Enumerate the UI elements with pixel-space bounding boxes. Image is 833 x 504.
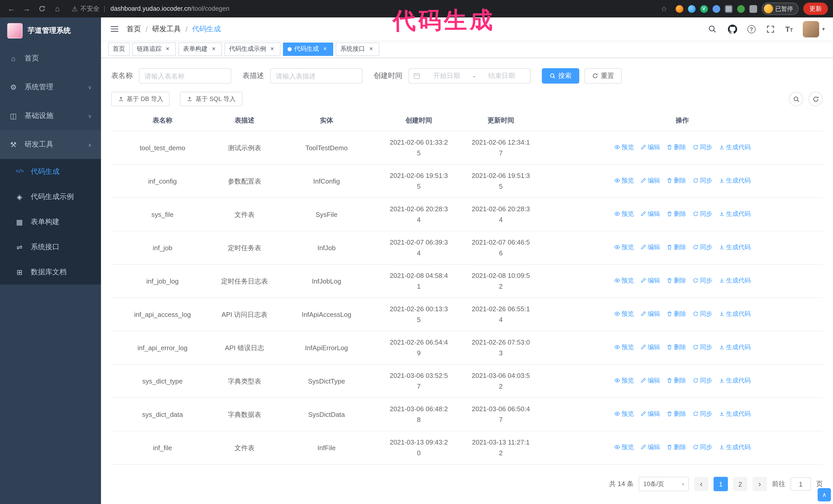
action-delete-link[interactable]: 删除 bbox=[666, 275, 686, 286]
action-generate-code-link[interactable]: 生成代码 bbox=[718, 442, 751, 453]
action-generate-code-link[interactable]: 生成代码 bbox=[718, 242, 751, 253]
fullscreen-icon[interactable] bbox=[765, 24, 775, 34]
reload-icon[interactable] bbox=[36, 3, 48, 15]
sidebar-item-dev-tools[interactable]: ⚒研发工具∧ bbox=[0, 130, 101, 159]
sidebar-item-infrastructure[interactable]: ◫基础设施∨ bbox=[0, 101, 101, 130]
import-db-button[interactable]: 基于 DB 导入 bbox=[111, 92, 170, 106]
action-generate-code-link[interactable]: 生成代码 bbox=[718, 142, 751, 153]
action-delete-link[interactable]: 删除 bbox=[666, 242, 686, 253]
extension-icon[interactable] bbox=[712, 5, 720, 13]
action-eye-link[interactable]: 预览 bbox=[614, 175, 634, 186]
date-end-placeholder[interactable]: 结束日期 bbox=[477, 71, 526, 80]
action-delete-link[interactable]: 删除 bbox=[666, 409, 686, 419]
refresh-button[interactable] bbox=[808, 92, 823, 106]
close-icon[interactable]: × bbox=[269, 45, 276, 52]
action-edit-link[interactable]: 编辑 bbox=[640, 375, 660, 386]
action-eye-link[interactable]: 预览 bbox=[614, 342, 634, 353]
action-generate-code-link[interactable]: 生成代码 bbox=[718, 375, 751, 386]
prev-page-button[interactable]: ‹ bbox=[694, 477, 709, 491]
extension-icon[interactable] bbox=[688, 5, 695, 13]
close-icon[interactable]: × bbox=[164, 45, 171, 52]
page-button-2[interactable]: 2 bbox=[733, 477, 747, 491]
address-bar[interactable]: ⚠ 不安全 | dashboard.yudao.iocoder.cn /tool… bbox=[67, 4, 672, 13]
action-sync-link[interactable]: 同步 bbox=[692, 375, 712, 386]
action-sync-link[interactable]: 同步 bbox=[692, 242, 712, 253]
action-eye-link[interactable]: 预览 bbox=[614, 375, 634, 386]
back-icon[interactable]: ← bbox=[5, 3, 18, 15]
action-sync-link[interactable]: 同步 bbox=[692, 142, 712, 153]
font-size-icon[interactable]: TT bbox=[785, 25, 793, 33]
action-sync-link[interactable]: 同步 bbox=[692, 342, 712, 353]
bookmark-star-icon[interactable]: ☆ bbox=[661, 5, 667, 13]
action-delete-link[interactable]: 删除 bbox=[666, 209, 686, 219]
extension-icon[interactable]: V bbox=[700, 5, 708, 13]
action-delete-link[interactable]: 删除 bbox=[666, 142, 686, 153]
close-icon[interactable]: × bbox=[322, 45, 329, 52]
action-delete-link[interactable]: 删除 bbox=[666, 309, 686, 319]
close-icon[interactable]: × bbox=[210, 45, 217, 52]
action-generate-code-link[interactable]: 生成代码 bbox=[718, 309, 751, 319]
action-eye-link[interactable]: 预览 bbox=[614, 209, 634, 219]
tab-链路追踪[interactable]: 链路追踪× bbox=[132, 42, 176, 56]
github-icon[interactable] bbox=[727, 24, 737, 34]
breadcrumb-devtools[interactable]: 研发工具 bbox=[152, 24, 181, 33]
action-sync-link[interactable]: 同步 bbox=[692, 275, 712, 286]
table-name-input[interactable] bbox=[139, 68, 231, 83]
goto-page-input[interactable] bbox=[790, 477, 811, 491]
extension-icon[interactable] bbox=[737, 5, 744, 13]
action-edit-link[interactable]: 编辑 bbox=[640, 209, 660, 219]
extensions-puzzle-icon[interactable] bbox=[749, 5, 757, 13]
search-button[interactable]: 搜索 bbox=[542, 68, 579, 83]
action-edit-link[interactable]: 编辑 bbox=[640, 409, 660, 419]
date-range-picker[interactable]: 开始日期 - 结束日期 bbox=[408, 68, 530, 83]
action-generate-code-link[interactable]: 生成代码 bbox=[718, 209, 751, 219]
home-button-icon[interactable]: ⌂ bbox=[51, 3, 64, 15]
page-size-select[interactable]: 10条/页 ▾ bbox=[639, 477, 689, 491]
sidebar-logo[interactable]: 芋道管理系统 bbox=[0, 18, 101, 44]
action-sync-link[interactable]: 同步 bbox=[692, 409, 712, 419]
reset-button[interactable]: 重置 bbox=[585, 68, 622, 83]
action-eye-link[interactable]: 预览 bbox=[614, 442, 634, 453]
action-eye-link[interactable]: 预览 bbox=[614, 309, 634, 319]
back-to-top-button[interactable]: ∧ bbox=[818, 488, 831, 501]
action-generate-code-link[interactable]: 生成代码 bbox=[718, 175, 751, 186]
tab-代码生成示例[interactable]: 代码生成示例× bbox=[224, 42, 280, 56]
action-delete-link[interactable]: 删除 bbox=[666, 375, 686, 386]
extension-icon[interactable] bbox=[724, 5, 732, 13]
search-icon[interactable] bbox=[707, 24, 717, 34]
sidebar-subitem-codegen[interactable]: </>代码生成 bbox=[0, 159, 101, 184]
action-sync-link[interactable]: 同步 bbox=[692, 175, 712, 186]
action-edit-link[interactable]: 编辑 bbox=[640, 442, 660, 453]
action-delete-link[interactable]: 删除 bbox=[666, 442, 686, 453]
user-menu[interactable]: ▾ bbox=[803, 21, 825, 37]
action-delete-link[interactable]: 删除 bbox=[666, 342, 686, 353]
hamburger-icon[interactable] bbox=[109, 24, 119, 34]
action-sync-link[interactable]: 同步 bbox=[692, 209, 712, 219]
toggle-search-button[interactable] bbox=[789, 92, 803, 106]
action-edit-link[interactable]: 编辑 bbox=[640, 309, 660, 319]
action-edit-link[interactable]: 编辑 bbox=[640, 275, 660, 286]
action-generate-code-link[interactable]: 生成代码 bbox=[718, 342, 751, 353]
action-sync-link[interactable]: 同步 bbox=[692, 309, 712, 319]
date-start-placeholder[interactable]: 开始日期 bbox=[422, 71, 471, 80]
tab-表单构建[interactable]: 表单构建× bbox=[178, 42, 222, 56]
tab-系统接口[interactable]: 系统接口× bbox=[336, 42, 379, 56]
action-edit-link[interactable]: 编辑 bbox=[640, 242, 660, 253]
tab-代码生成[interactable]: 代码生成× bbox=[283, 42, 333, 56]
action-edit-link[interactable]: 编辑 bbox=[640, 175, 660, 186]
sidebar-subitem-system-api[interactable]: ⇌系统接口 bbox=[0, 234, 101, 259]
action-eye-link[interactable]: 预览 bbox=[614, 242, 634, 253]
page-button-1[interactable]: 1 bbox=[714, 477, 728, 491]
sidebar-item-home[interactable]: ⌂首页 bbox=[0, 44, 101, 73]
table-desc-input[interactable] bbox=[270, 68, 362, 83]
action-eye-link[interactable]: 预览 bbox=[614, 409, 634, 419]
action-edit-link[interactable]: 编辑 bbox=[640, 142, 660, 153]
breadcrumb-home[interactable]: 首页 bbox=[127, 24, 141, 33]
action-eye-link[interactable]: 预览 bbox=[614, 142, 634, 153]
action-eye-link[interactable]: 预览 bbox=[614, 275, 634, 286]
action-edit-link[interactable]: 编辑 bbox=[640, 342, 660, 353]
sidebar-subitem-form-builder[interactable]: ▦表单构建 bbox=[0, 209, 101, 234]
sidebar-subitem-db-doc[interactable]: ⊞数据库文档 bbox=[0, 259, 101, 285]
action-generate-code-link[interactable]: 生成代码 bbox=[718, 409, 751, 419]
action-delete-link[interactable]: 删除 bbox=[666, 175, 686, 186]
